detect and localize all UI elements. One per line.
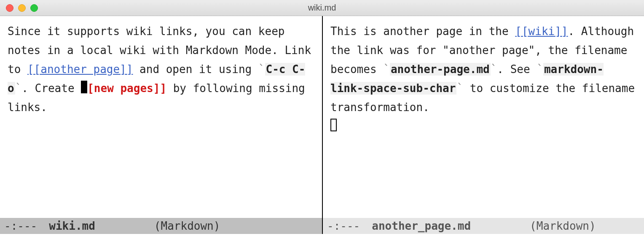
traffic-lights <box>0 4 38 12</box>
text: This is another page in the <box>330 25 515 38</box>
mode-line-filename: another_page.md <box>372 220 471 232</box>
right-mode-line[interactable]: -:--- another_page.md (Markdown) <box>323 218 644 234</box>
maximize-icon[interactable] <box>30 4 38 12</box>
wiki-link-wiki[interactable]: [[wiki]] <box>515 25 568 38</box>
text: . Create <box>21 82 81 95</box>
text: . See <box>497 63 537 76</box>
left-mode-line[interactable]: -:--- wiki.md (Markdown) <box>0 218 322 234</box>
wiki-link-missing-new-pages[interactable]: [new pages]] <box>87 82 166 95</box>
inline-code: another-page.md <box>390 63 491 76</box>
left-pane[interactable]: Since it supports wiki links, you can ke… <box>0 16 322 234</box>
backtick: ` <box>383 63 390 76</box>
point-cursor-icon <box>81 81 87 93</box>
backtick: ` <box>491 63 497 76</box>
minibuffer[interactable] <box>0 234 644 250</box>
mode-line-filename: wiki.md <box>49 220 95 232</box>
window-title: wiki.md <box>0 3 644 13</box>
backtick: ` <box>258 63 265 76</box>
mode-line-major-mode: (Markdown) <box>530 220 596 232</box>
right-pane[interactable]: This is another page in the [[wiki]]. Al… <box>322 16 644 234</box>
minimize-icon[interactable] <box>18 4 26 12</box>
backtick: ` <box>15 82 22 95</box>
window-titlebar: wiki.md <box>0 0 644 16</box>
backtick: ` <box>537 63 543 76</box>
right-buffer[interactable]: This is another page in the [[wiki]]. Al… <box>323 16 644 218</box>
mode-line-status: -:--- <box>4 220 37 232</box>
left-buffer[interactable]: Since it supports wiki links, you can ke… <box>0 16 322 218</box>
close-icon[interactable] <box>6 4 13 12</box>
mode-line-status: -:--- <box>327 220 360 232</box>
mode-line-major-mode: (Markdown) <box>154 220 220 232</box>
wiki-link-another-page[interactable]: [[another page]] <box>27 63 133 76</box>
editor-split: Since it supports wiki links, you can ke… <box>0 16 644 234</box>
inactive-cursor-icon <box>330 119 337 131</box>
text: and open it using <box>133 63 258 76</box>
backtick: ` <box>456 82 463 95</box>
